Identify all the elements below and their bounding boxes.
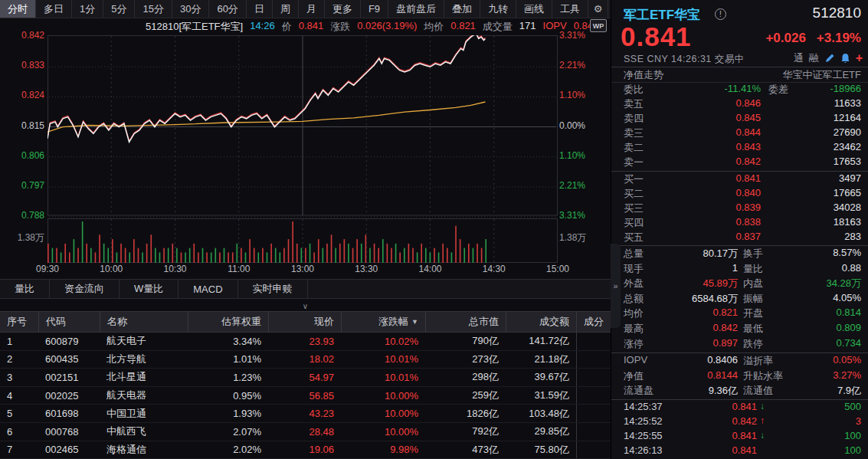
period-tab-5分[interactable]: 5分 bbox=[103, 0, 135, 18]
time-tick-label: 10:30 bbox=[163, 264, 186, 274]
ask-row[interactable]: 卖五0.84611633 bbox=[611, 97, 868, 112]
column-header-成交额[interactable]: 成交额 bbox=[506, 312, 576, 332]
cell: 1826亿 bbox=[425, 407, 506, 421]
table-row[interactable]: 1600879航天电子3.34%23.9310.02%790亿141.72亿 bbox=[0, 333, 611, 351]
table-row[interactable]: 6000768中航西飞2.07%28.4810.00%792亿29.85亿 bbox=[0, 423, 611, 441]
level-volume: 17665 bbox=[834, 187, 861, 198]
add-to-watchlist-button[interactable]: + bbox=[856, 51, 863, 65]
percent-level-label: 0.00% bbox=[559, 120, 604, 131]
toolbar-button-工具[interactable]: 工具 bbox=[552, 0, 588, 18]
tick-quantity: 500 bbox=[844, 401, 861, 412]
stat-label: 跌停 bbox=[743, 337, 763, 351]
ask-row[interactable]: 卖三0.84427690 bbox=[611, 126, 868, 141]
column-header-涨跌幅[interactable]: 涨跌幅▼ bbox=[341, 312, 425, 332]
cell: 21.18亿 bbox=[506, 352, 576, 366]
column-header-成分[interactable]: 成分 bbox=[576, 312, 611, 332]
toolbar-right: F9盘前盘后叠加九转画线工具 ⚙ ? › bbox=[361, 0, 648, 18]
last-price: 0.841 bbox=[621, 21, 692, 52]
cell: 103.48亿 bbox=[506, 407, 576, 421]
bid-row[interactable]: 买三0.83934028 bbox=[611, 202, 868, 216]
table-row[interactable]: 7002465海格通信2.02%19.069.98%473亿75.80亿 bbox=[0, 441, 611, 459]
column-header-名称[interactable]: 名称 bbox=[100, 312, 188, 332]
nav-tab-label[interactable]: 净值走势 bbox=[624, 68, 663, 82]
time-tick-label: 10:00 bbox=[100, 264, 123, 274]
period-tab-分时[interactable]: 分时 bbox=[0, 0, 36, 18]
stat-label: 均价 bbox=[624, 307, 644, 320]
edit-icon[interactable] bbox=[824, 53, 835, 64]
stat-label: IOPV bbox=[624, 354, 647, 366]
level-label: 卖三 bbox=[624, 126, 644, 140]
iopv-row: IOPV0.8406溢折率0.05% bbox=[611, 354, 868, 369]
column-header-序号[interactable]: 序号 bbox=[0, 312, 38, 332]
percent-level-label: 2.21% bbox=[559, 180, 604, 191]
stat-label: 振幅 bbox=[743, 292, 763, 306]
table-row[interactable]: 2600435北方导航1.01%18.0210.01%273亿21.18亿 bbox=[0, 351, 611, 369]
ask-row[interactable]: 卖四0.84512164 bbox=[611, 112, 868, 126]
toolbar-button-盘前盘后[interactable]: 盘前盘后 bbox=[388, 0, 444, 18]
bid-row[interactable]: 买二0.84017665 bbox=[611, 187, 868, 202]
level-label: 买四 bbox=[624, 216, 644, 230]
table-header: 序号代码名称估算权重现价涨跌幅▼总市值成交额成分 bbox=[0, 311, 611, 333]
trade-tick-row: 14:26:130.841100 bbox=[611, 444, 868, 459]
period-toolbar: 分时多日1分5分15分30分60分日周月更多 F9盘前盘后叠加九转画线工具 ⚙ … bbox=[0, 0, 611, 18]
time-tick-label: 14:00 bbox=[418, 264, 441, 274]
stat-label: 最低 bbox=[743, 322, 763, 336]
quote-info-item: 成交量 bbox=[483, 20, 513, 34]
period-tab-月[interactable]: 月 bbox=[299, 0, 325, 18]
table-row[interactable]: 3002151北斗星通1.23%54.9710.01%298亿39.67亿 bbox=[0, 369, 611, 387]
column-header-估算权重[interactable]: 估算权重 bbox=[188, 312, 268, 332]
period-tab-60分[interactable]: 60分 bbox=[209, 0, 246, 18]
period-tab-1分[interactable]: 1分 bbox=[72, 0, 103, 18]
period-tab-更多[interactable]: 更多 bbox=[325, 0, 361, 18]
cell: 10.00% bbox=[341, 408, 425, 419]
indicator-tab-量比[interactable]: 量比 bbox=[0, 280, 50, 298]
indicator-tab-实时申赎[interactable]: 实时申赎 bbox=[238, 280, 308, 298]
cell: 2 bbox=[0, 353, 38, 365]
cell: 75.80亿 bbox=[506, 443, 576, 457]
stat-value: 0.8406 bbox=[657, 354, 738, 366]
chart-section: 分时多日1分5分15分30分60分日周月更多 F9盘前盘后叠加九转画线工具 ⚙ … bbox=[0, 0, 611, 459]
toolbar-button-F9[interactable]: F9 bbox=[361, 0, 388, 18]
ask-row[interactable]: 卖一0.84217653 bbox=[611, 156, 868, 170]
time-tick-label: 13:00 bbox=[291, 264, 314, 274]
panel-collapse-handle[interactable]: » bbox=[611, 244, 621, 328]
period-tabs: 分时多日1分5分15分30分60分日周月更多 bbox=[0, 0, 361, 18]
bid-row[interactable]: 买一0.8413497 bbox=[611, 172, 868, 187]
info-icon[interactable]: ! bbox=[715, 8, 726, 20]
toolbar-button-叠加[interactable]: 叠加 bbox=[444, 0, 480, 18]
bid-row[interactable]: 买五0.837283 bbox=[611, 231, 868, 245]
cell bbox=[576, 405, 611, 422]
level-price: 0.839 bbox=[657, 202, 761, 213]
toolbar-button-九转[interactable]: 九转 bbox=[480, 0, 516, 18]
settings-button[interactable]: ⚙ bbox=[588, 0, 608, 18]
price-level-label: 0.788 bbox=[0, 210, 44, 221]
cell: 600435 bbox=[38, 353, 100, 365]
period-tab-15分[interactable]: 15分 bbox=[135, 0, 172, 18]
collapse-chevron-icon[interactable]: ∨ bbox=[303, 302, 308, 310]
period-tab-多日[interactable]: 多日 bbox=[36, 0, 72, 18]
ask-levels: 卖五0.84611633卖四0.84512164卖三0.84427690卖二0.… bbox=[611, 97, 868, 170]
column-header-现价[interactable]: 现价 bbox=[268, 312, 341, 332]
period-tab-日[interactable]: 日 bbox=[247, 0, 273, 18]
period-tab-30分[interactable]: 30分 bbox=[172, 0, 209, 18]
cell: 141.72亿 bbox=[506, 334, 576, 348]
cell: 273亿 bbox=[425, 352, 506, 366]
period-tab-周[interactable]: 周 bbox=[273, 0, 299, 18]
column-header-总市值[interactable]: 总市值 bbox=[425, 312, 506, 332]
column-header-代码[interactable]: 代码 bbox=[38, 312, 100, 332]
indicator-tab-MACD[interactable]: MACD bbox=[179, 280, 237, 298]
table-row[interactable]: 4002025航天电器0.95%56.8510.00%259亿31.59亿 bbox=[0, 387, 611, 405]
indicator-tab-资金流向[interactable]: 资金流向 bbox=[50, 280, 120, 298]
bid-row[interactable]: 买四0.83818163 bbox=[611, 216, 868, 231]
alert-bell-icon[interactable] bbox=[840, 53, 850, 64]
cell: 792亿 bbox=[425, 425, 506, 438]
ask-row[interactable]: 卖二0.84323462 bbox=[611, 141, 868, 156]
indicator-tab-W量比[interactable]: W量比 bbox=[120, 280, 179, 298]
cell: 1.23% bbox=[188, 372, 268, 383]
level-label: 卖四 bbox=[624, 112, 644, 126]
cell: 7 bbox=[0, 444, 38, 455]
toolbar-button-画线[interactable]: 画线 bbox=[516, 0, 552, 18]
weibi-label: 委比 bbox=[624, 83, 644, 97]
table-row[interactable]: 5601698中国卫通1.93%43.2310.00%1826亿103.48亿 bbox=[0, 405, 611, 423]
intraday-plot[interactable] bbox=[47, 35, 558, 265]
